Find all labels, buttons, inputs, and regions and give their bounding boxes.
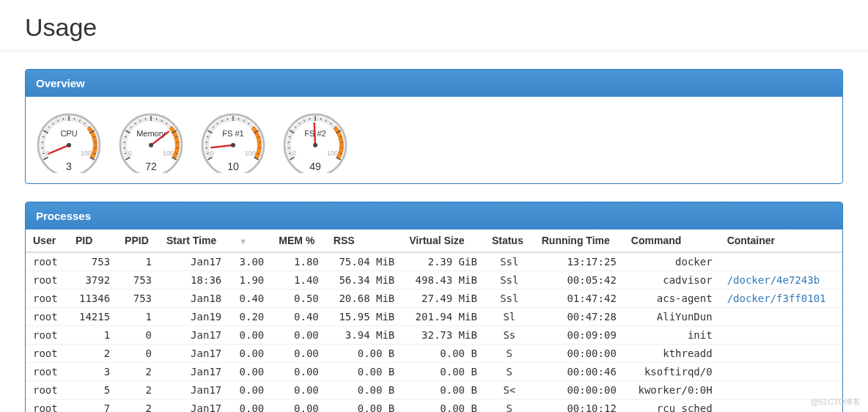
- cell-start: Jan17: [159, 252, 229, 271]
- table-row: root52Jan170.000.000.00 B0.00 BS<00:00:0…: [26, 381, 842, 400]
- cell-runtime: 13:17:25: [534, 252, 624, 271]
- cell-vsize: 0.00 B: [402, 381, 485, 400]
- cell-runtime: 00:47:28: [534, 308, 624, 326]
- cell-ppid: 0: [117, 326, 159, 345]
- cell-pid: 7: [68, 400, 117, 413]
- container-link[interactable]: /docker/4e7243b: [727, 274, 820, 286]
- watermark: @51CTO博客: [811, 397, 861, 408]
- cell-start: Jan19: [159, 308, 229, 326]
- cell-cpu: 1.90: [229, 271, 271, 290]
- cell-rss: 3.94 MiB: [326, 326, 402, 345]
- cell-vsize: 0.00 B: [402, 363, 485, 381]
- cell-start: Jan17: [159, 363, 229, 381]
- cell-start: Jan18: [159, 290, 229, 308]
- gauge-scale-min: 0: [210, 150, 214, 157]
- table-header[interactable]: PPID: [117, 229, 159, 252]
- cell-runtime: 00:10:12: [534, 400, 624, 413]
- cell-rss: 56.34 MiB: [326, 271, 402, 290]
- gauge-scale-max: 100: [163, 150, 174, 157]
- table-header[interactable]: Container: [720, 229, 842, 252]
- table-header[interactable]: Start Time: [159, 229, 229, 252]
- table-row: root11346753Jan180.400.5020.68 MiB27.49 …: [26, 290, 842, 308]
- cell-user: root: [26, 290, 68, 308]
- cell-start: Jan17: [159, 400, 229, 413]
- cell-status: Sl: [485, 308, 534, 326]
- gauge-label: Memory: [118, 129, 184, 138]
- cell-runtime: 01:47:42: [534, 290, 624, 308]
- cell-user: root: [26, 308, 68, 326]
- cell-mem: 0.40: [271, 308, 326, 326]
- cell-vsize: 0.00 B: [402, 345, 485, 363]
- cell-mem: 1.80: [271, 252, 326, 271]
- cell-ppid: 2: [117, 381, 159, 400]
- gauge-scale-max: 100: [327, 150, 338, 157]
- cell-container: [720, 326, 842, 345]
- cell-command: rcu_sched: [624, 400, 720, 413]
- cell-container: [720, 363, 842, 381]
- table-header[interactable]: Status: [485, 229, 534, 252]
- cell-user: root: [26, 363, 68, 381]
- table-header[interactable]: Virtual Size: [402, 229, 485, 252]
- sort-desc-icon: ▼: [239, 237, 247, 246]
- cell-status: Ssl: [485, 271, 534, 290]
- cell-command: acs-agent: [624, 290, 720, 308]
- svg-line-58: [227, 118, 228, 120]
- processes-panel: Processes UserPIDPPIDStart Time▼MEM %RSS…: [25, 202, 843, 412]
- cell-cpu: 0.00: [229, 363, 271, 381]
- processes-panel-header: Processes: [26, 202, 842, 229]
- cell-command: ksoftirqd/0: [624, 363, 720, 381]
- table-header[interactable]: Running Time: [534, 229, 624, 252]
- divider: [0, 51, 868, 51]
- cell-rss: 0.00 B: [326, 381, 402, 400]
- cell-status: S: [485, 345, 534, 363]
- cell-ppid: 2: [117, 400, 159, 413]
- gauge: FS #1010010: [200, 107, 266, 173]
- cell-start: Jan17: [159, 381, 229, 400]
- cell-command: AliYunDun: [624, 308, 720, 326]
- cell-user: root: [26, 345, 68, 363]
- cell-pid: 1: [68, 326, 117, 345]
- svg-point-47: [149, 143, 153, 147]
- table-header[interactable]: User: [26, 229, 68, 252]
- gauge: FS #2010049: [282, 107, 348, 173]
- table-header[interactable]: RSS: [326, 229, 402, 252]
- cell-ppid: 2: [117, 363, 159, 381]
- table-header-row: UserPIDPPIDStart Time▼MEM %RSSVirtual Si…: [26, 229, 842, 252]
- table-header[interactable]: Command: [624, 229, 720, 252]
- gauge-scale-min: 0: [46, 150, 50, 157]
- cell-cpu: 0.40: [229, 290, 271, 308]
- cell-cpu: 0.00: [229, 326, 271, 345]
- cell-command: cadvisor: [624, 271, 720, 290]
- container-link[interactable]: /docker/f3ff0101: [727, 293, 826, 304]
- cell-pid: 753: [68, 252, 117, 271]
- cell-status: Ssl: [485, 290, 534, 308]
- svg-line-82: [309, 118, 310, 120]
- cell-pid: 11346: [68, 290, 117, 308]
- gauge-value: 72: [118, 161, 184, 172]
- cell-container: [720, 308, 842, 326]
- gauge-label: FS #1: [200, 129, 266, 138]
- table-row: root10Jan170.000.003.94 MiB32.73 MiBSs00…: [26, 326, 842, 345]
- cell-vsize: 201.94 MiB: [402, 308, 485, 326]
- cell-vsize: 32.73 MiB: [402, 326, 485, 345]
- table-header[interactable]: ▼: [229, 229, 271, 252]
- table-header[interactable]: MEM %: [271, 229, 326, 252]
- cell-container[interactable]: /docker/f3ff0101: [720, 290, 842, 308]
- cell-vsize: 498.43 MiB: [402, 271, 485, 290]
- table-header[interactable]: PID: [68, 229, 117, 252]
- table-row: root32Jan170.000.000.00 B0.00 BS00:00:46…: [26, 363, 842, 381]
- gauge-label: CPU: [36, 129, 102, 138]
- gauge-value: 49: [282, 161, 348, 172]
- svg-point-23: [67, 143, 71, 147]
- cell-status: S: [485, 363, 534, 381]
- cell-command: kthreadd: [624, 345, 720, 363]
- gauge-label: FS #2: [282, 129, 348, 138]
- svg-line-34: [145, 118, 146, 120]
- svg-point-95: [313, 143, 317, 147]
- gauge-scale-min: 0: [293, 150, 296, 157]
- cell-container[interactable]: /docker/4e7243b: [720, 271, 842, 290]
- svg-line-36: [156, 118, 157, 120]
- cell-command: kworker/0:0H: [624, 381, 720, 400]
- cell-rss: 0.00 B: [326, 345, 402, 363]
- gauge-value: 10: [200, 161, 266, 172]
